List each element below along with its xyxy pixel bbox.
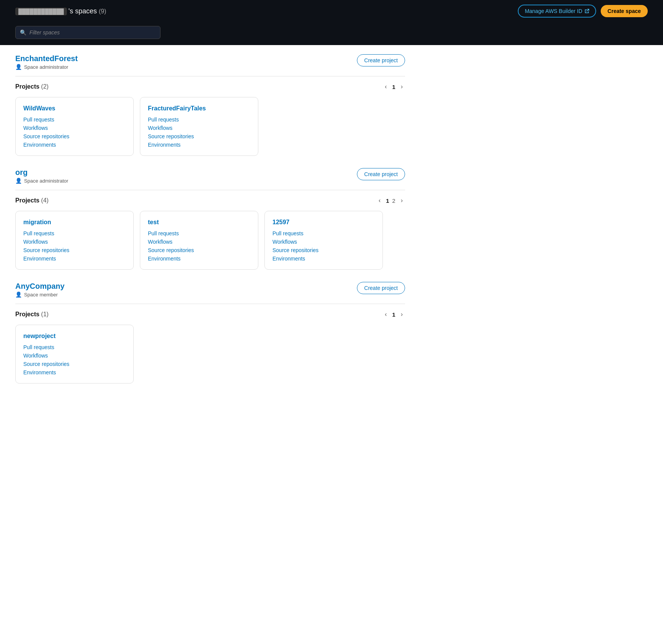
person-icon: 👤 <box>15 64 22 70</box>
project-link-pull-requests[interactable]: Pull requests <box>23 117 126 123</box>
create-space-button[interactable]: Create space <box>601 5 648 17</box>
project-link-workflows[interactable]: Workflows <box>272 239 375 245</box>
project-name-test[interactable]: test <box>148 219 250 226</box>
projects-label: Projects (4) <box>15 197 49 204</box>
prev-page-button[interactable]: ‹ <box>383 83 389 91</box>
projects-grid: WildWavesPull requestsWorkflowsSource re… <box>15 97 405 156</box>
project-card-fracturedfairytales: FracturedFairyTalesPull requestsWorkflow… <box>140 97 258 156</box>
header: ████████████'s spaces (9) Manage AWS Bui… <box>0 0 663 22</box>
space-name-enchanted-forest[interactable]: EnchantedForest <box>15 54 78 63</box>
project-name-migration[interactable]: migration <box>23 219 126 226</box>
person-icon: 👤 <box>15 291 22 298</box>
header-right: Manage AWS Builder ID Create space <box>518 5 648 18</box>
project-card-12597: 12597Pull requestsWorkflowsSource reposi… <box>264 211 383 270</box>
project-name-newproject[interactable]: newproject <box>23 333 126 340</box>
space-section-enchanted-forest: EnchantedForest👤Space administratorCreat… <box>15 54 405 156</box>
projects-row: Projects (1)‹1› <box>15 310 405 319</box>
project-link-pull-requests[interactable]: Pull requests <box>148 117 250 123</box>
space-section-anycompany: AnyCompany👤Space memberCreate projectPro… <box>15 282 405 383</box>
role-text: Space administrator <box>24 64 68 70</box>
project-link-environments[interactable]: Environments <box>148 142 250 148</box>
header-title: ████████████'s spaces (9) <box>15 7 106 15</box>
projects-count: (4) <box>41 197 49 204</box>
space-header-enchanted-forest: EnchantedForest👤Space administratorCreat… <box>15 54 405 74</box>
space-section-org: org👤Space administratorCreate projectPro… <box>15 168 405 270</box>
project-link-workflows[interactable]: Workflows <box>23 353 126 359</box>
project-link-environments[interactable]: Environments <box>23 256 126 262</box>
search-input[interactable] <box>15 26 160 39</box>
project-card-migration: migrationPull requestsWorkflowsSource re… <box>15 211 134 270</box>
main-content: EnchantedForest👤Space administratorCreat… <box>0 45 420 405</box>
space-header-org: org👤Space administratorCreate project <box>15 168 405 188</box>
search-icon: 🔍 <box>20 29 26 36</box>
project-links: Pull requestsWorkflowsSource repositorie… <box>272 230 375 262</box>
project-name-fracturedfairytales[interactable]: FracturedFairyTales <box>148 105 250 112</box>
projects-grid: migrationPull requestsWorkflowsSource re… <box>15 211 405 270</box>
person-icon: 👤 <box>15 178 22 184</box>
create-project-button-org[interactable]: Create project <box>357 168 405 180</box>
project-link-pull-requests[interactable]: Pull requests <box>148 230 250 236</box>
next-page-button[interactable]: › <box>399 196 405 205</box>
next-page-button[interactable]: › <box>399 83 405 91</box>
project-links: Pull requestsWorkflowsSource repositorie… <box>148 230 250 262</box>
role-text: Space member <box>24 292 58 298</box>
project-link-pull-requests[interactable]: Pull requests <box>272 230 375 236</box>
projects-label: Projects (1) <box>15 311 49 318</box>
manage-aws-button[interactable]: Manage AWS Builder ID <box>518 5 596 18</box>
projects-grid: newprojectPull requestsWorkflowsSource r… <box>15 325 405 383</box>
divider <box>15 304 405 304</box>
project-link-environments[interactable]: Environments <box>23 142 126 148</box>
pagination: ‹1› <box>383 310 405 319</box>
projects-row: Projects (2)‹1› <box>15 83 405 91</box>
space-header-left: AnyCompany👤Space member <box>15 282 65 302</box>
page-number-2[interactable]: 2 <box>392 197 395 204</box>
project-link-environments[interactable]: Environments <box>23 369 126 375</box>
project-link-environments[interactable]: Environments <box>148 256 250 262</box>
page-number-1[interactable]: 1 <box>392 311 395 318</box>
project-link-source-repositories[interactable]: Source repositories <box>23 247 126 253</box>
external-link-icon <box>585 9 589 13</box>
space-header-left: org👤Space administrator <box>15 168 68 188</box>
search-bar: 🔍 <box>0 22 663 45</box>
prev-page-button[interactable]: ‹ <box>383 310 389 319</box>
project-link-workflows[interactable]: Workflows <box>23 239 126 245</box>
project-links: Pull requestsWorkflowsSource repositorie… <box>148 117 250 148</box>
project-link-source-repositories[interactable]: Source repositories <box>23 133 126 139</box>
project-link-source-repositories[interactable]: Source repositories <box>23 361 126 367</box>
space-role-anycompany: 👤Space member <box>15 291 65 298</box>
divider <box>15 190 405 190</box>
project-link-pull-requests[interactable]: Pull requests <box>23 344 126 350</box>
page-number-1[interactable]: 1 <box>392 84 395 90</box>
create-project-button-enchanted-forest[interactable]: Create project <box>357 54 405 66</box>
project-link-workflows[interactable]: Workflows <box>23 125 126 131</box>
project-links: Pull requestsWorkflowsSource repositorie… <box>23 117 126 148</box>
pagination: ‹12› <box>376 196 405 205</box>
search-input-wrapper: 🔍 <box>15 26 160 39</box>
project-card-wildwaves: WildWavesPull requestsWorkflowsSource re… <box>15 97 134 156</box>
role-text: Space administrator <box>24 178 68 184</box>
projects-count: (2) <box>41 83 49 90</box>
page-number-1[interactable]: 1 <box>386 197 389 204</box>
space-header-anycompany: AnyCompany👤Space memberCreate project <box>15 282 405 302</box>
project-name-12597[interactable]: 12597 <box>272 219 375 226</box>
space-header-left: EnchantedForest👤Space administrator <box>15 54 78 74</box>
project-link-source-repositories[interactable]: Source repositories <box>272 247 375 253</box>
project-link-pull-requests[interactable]: Pull requests <box>23 230 126 236</box>
project-link-environments[interactable]: Environments <box>272 256 375 262</box>
projects-count: (1) <box>41 311 49 317</box>
space-name-anycompany[interactable]: AnyCompany <box>15 282 65 290</box>
next-page-button[interactable]: › <box>399 310 405 319</box>
project-link-workflows[interactable]: Workflows <box>148 125 250 131</box>
project-name-wildwaves[interactable]: WildWaves <box>23 105 126 112</box>
create-project-button-anycompany[interactable]: Create project <box>357 282 405 294</box>
project-link-source-repositories[interactable]: Source repositories <box>148 133 250 139</box>
space-name-org[interactable]: org <box>15 168 28 176</box>
project-links: Pull requestsWorkflowsSource repositorie… <box>23 230 126 262</box>
divider <box>15 76 405 76</box>
project-link-workflows[interactable]: Workflows <box>148 239 250 245</box>
space-role-org: 👤Space administrator <box>15 178 68 184</box>
project-link-source-repositories[interactable]: Source repositories <box>148 247 250 253</box>
project-card-test: testPull requestsWorkflowsSource reposit… <box>140 211 258 270</box>
prev-page-button[interactable]: ‹ <box>376 196 383 205</box>
header-left: ████████████'s spaces (9) <box>15 7 106 15</box>
